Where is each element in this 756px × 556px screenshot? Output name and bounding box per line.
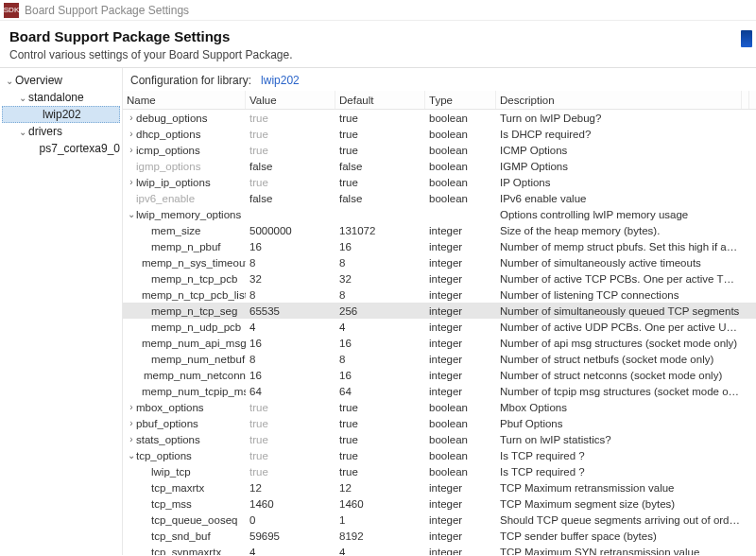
name-cell[interactable]: ›stats_options bbox=[123, 434, 246, 445]
table-row[interactable]: tcp_queue_ooseq01integerShould TCP queue… bbox=[123, 512, 756, 528]
value-cell[interactable]: 4 bbox=[246, 321, 335, 333]
name-cell[interactable]: ⌄lwip_memory_options bbox=[123, 209, 246, 220]
config-library-name[interactable]: lwip202 bbox=[261, 74, 300, 87]
col-type[interactable]: Type bbox=[425, 91, 496, 109]
table-row[interactable]: lwip_tcptruetruebooleanIs TCP required ? bbox=[123, 463, 756, 479]
name-cell[interactable]: memp_num_tcpip_msg bbox=[123, 386, 246, 397]
table-row[interactable]: ›stats_optionstruetruebooleanTurn on lwI… bbox=[123, 431, 756, 447]
chevron-right-icon[interactable]: › bbox=[127, 402, 136, 412]
name-cell[interactable]: memp_num_api_msg bbox=[123, 338, 246, 349]
value-cell[interactable]: 1460 bbox=[246, 498, 335, 510]
value-cell[interactable]: 16 bbox=[246, 338, 335, 349]
table-row[interactable]: igmp_optionsfalsefalsebooleanIGMP Option… bbox=[123, 158, 756, 174]
name-cell[interactable]: tcp_mss bbox=[123, 498, 246, 510]
table-row[interactable]: memp_n_tcp_pcb_listen88integerNumber of … bbox=[123, 287, 756, 303]
table-row[interactable]: memp_num_netconn1616integerNumber of str… bbox=[123, 367, 756, 383]
value-cell[interactable]: 16 bbox=[246, 370, 335, 381]
col-value[interactable]: Value bbox=[246, 91, 335, 109]
name-cell[interactable]: tcp_synmaxrtx bbox=[123, 547, 246, 556]
table-row[interactable]: tcp_mss14601460integerTCP Maximum segmen… bbox=[123, 495, 756, 512]
table-row[interactable]: mem_size5000000131072integerSize of the … bbox=[123, 222, 756, 238]
name-cell[interactable]: memp_n_tcp_pcb bbox=[123, 273, 246, 285]
table-row[interactable]: ›mbox_optionstruetruebooleanMbox Options bbox=[123, 399, 756, 415]
name-cell[interactable]: ›lwip_ip_options bbox=[123, 177, 246, 188]
col-description[interactable]: Description bbox=[496, 91, 742, 109]
value-cell[interactable]: true bbox=[246, 129, 335, 140]
table-row[interactable]: tcp_synmaxrtx44integerTCP Maximum SYN re… bbox=[123, 544, 756, 555]
chevron-down-icon[interactable]: ⌄ bbox=[127, 209, 136, 219]
value-cell[interactable]: 5000000 bbox=[246, 225, 335, 236]
tree-item-lwip202[interactable]: lwip202 bbox=[2, 106, 120, 123]
col-name[interactable]: Name bbox=[123, 91, 246, 109]
value-cell[interactable]: 65535 bbox=[246, 305, 335, 317]
expand-icon[interactable]: ⌄ bbox=[19, 127, 28, 137]
value-cell[interactable]: true bbox=[246, 434, 335, 445]
chevron-right-icon[interactable]: › bbox=[127, 177, 136, 187]
name-cell[interactable]: tcp_maxrtx bbox=[123, 482, 246, 494]
name-cell[interactable]: mem_size bbox=[123, 225, 246, 236]
tree-item-ps7_cortexa9_0[interactable]: ps7_cortexa9_0 bbox=[2, 140, 120, 157]
table-row[interactable]: memp_num_netbuf88integerNumber of struct… bbox=[123, 351, 756, 367]
chevron-right-icon[interactable]: › bbox=[127, 434, 136, 444]
name-cell[interactable]: memp_n_udp_pcb bbox=[123, 321, 246, 333]
table-row[interactable]: memp_n_sys_timeout88integerNumber of sim… bbox=[123, 254, 756, 270]
expand-icon[interactable]: ⌄ bbox=[19, 93, 28, 103]
table-row[interactable]: memp_n_tcp_pcb3232integerNumber of activ… bbox=[123, 270, 756, 287]
table-row[interactable]: ›icmp_optionstruetruebooleanICMP Options bbox=[123, 142, 756, 158]
value-cell[interactable]: true bbox=[246, 113, 335, 124]
name-cell[interactable]: memp_n_sys_timeout bbox=[123, 257, 246, 269]
chevron-right-icon[interactable]: › bbox=[127, 113, 136, 123]
value-cell[interactable]: 59695 bbox=[246, 530, 335, 542]
name-cell[interactable]: memp_n_tcp_pcb_listen bbox=[123, 289, 246, 301]
name-cell[interactable]: memp_num_netconn bbox=[123, 370, 246, 381]
name-cell[interactable]: ›mbox_options bbox=[123, 402, 246, 413]
value-cell[interactable]: 0 bbox=[246, 514, 335, 526]
value-cell[interactable]: 32 bbox=[246, 273, 335, 285]
table-row[interactable]: ›dhcp_optionstruetruebooleanIs DHCP requ… bbox=[123, 126, 756, 142]
name-cell[interactable]: igmp_options bbox=[123, 161, 246, 172]
col-default[interactable]: Default bbox=[335, 91, 425, 109]
name-cell[interactable]: tcp_snd_buf bbox=[123, 530, 246, 542]
chevron-right-icon[interactable]: › bbox=[127, 145, 136, 155]
value-cell[interactable]: true bbox=[246, 450, 335, 461]
name-cell[interactable]: ›pbuf_options bbox=[123, 418, 246, 429]
expand-icon[interactable]: ⌄ bbox=[6, 76, 15, 86]
table-row[interactable]: memp_num_api_msg1616integerNumber of api… bbox=[123, 335, 756, 351]
name-cell[interactable]: ›icmp_options bbox=[123, 145, 246, 156]
value-cell[interactable]: false bbox=[246, 193, 335, 204]
chevron-down-icon[interactable]: ⌄ bbox=[127, 450, 136, 460]
value-cell[interactable]: 4 bbox=[246, 547, 335, 556]
value-cell[interactable]: 16 bbox=[246, 241, 335, 252]
value-cell[interactable]: true bbox=[246, 402, 335, 413]
value-cell[interactable]: 12 bbox=[246, 482, 335, 494]
value-cell[interactable]: 8 bbox=[246, 257, 335, 269]
tree-item-standalone[interactable]: ⌄standalone bbox=[2, 89, 120, 106]
tree-item-drivers[interactable]: ⌄drivers bbox=[2, 123, 120, 140]
name-cell[interactable]: tcp_queue_ooseq bbox=[123, 514, 246, 526]
name-cell[interactable]: ⌄tcp_options bbox=[123, 450, 246, 461]
table-row[interactable]: ›lwip_ip_optionstruetruebooleanIP Option… bbox=[123, 174, 756, 190]
value-cell[interactable]: true bbox=[246, 418, 335, 429]
table-row[interactable]: ⌄lwip_memory_optionsOptions controlling … bbox=[123, 206, 756, 222]
chevron-right-icon[interactable]: › bbox=[127, 418, 136, 428]
table-row[interactable]: ipv6_enablefalsefalsebooleanIPv6 enable … bbox=[123, 190, 756, 206]
nav-tree[interactable]: ⌄Overview⌄standalonelwip202⌄driversps7_c… bbox=[0, 68, 123, 555]
value-cell[interactable]: false bbox=[246, 161, 335, 172]
table-row[interactable]: ›pbuf_optionstruetruebooleanPbuf Options bbox=[123, 415, 756, 431]
value-cell[interactable]: 8 bbox=[246, 289, 335, 301]
name-cell[interactable]: ›dhcp_options bbox=[123, 129, 246, 140]
table-header[interactable]: Name Value Default Type Description bbox=[123, 91, 756, 110]
value-cell[interactable]: 8 bbox=[246, 354, 335, 365]
name-cell[interactable]: lwip_tcp bbox=[123, 466, 246, 478]
tree-item-overview[interactable]: ⌄Overview bbox=[2, 72, 120, 89]
name-cell[interactable]: ›debug_options bbox=[123, 113, 246, 124]
table-row[interactable]: memp_n_udp_pcb44integerNumber of active … bbox=[123, 319, 756, 335]
table-row[interactable]: tcp_maxrtx1212integerTCP Maximum retrans… bbox=[123, 479, 756, 495]
value-cell[interactable]: 64 bbox=[246, 386, 335, 397]
table-row[interactable]: ⌄tcp_optionstruetruebooleanIs TCP requir… bbox=[123, 447, 756, 463]
value-cell[interactable]: true bbox=[246, 466, 335, 478]
table-row[interactable]: tcp_snd_buf596958192integerTCP sender bu… bbox=[123, 528, 756, 544]
name-cell[interactable]: ipv6_enable bbox=[123, 193, 246, 204]
table-row[interactable]: memp_n_tcp_seg65535256integerNumber of s… bbox=[123, 303, 756, 319]
name-cell[interactable]: memp_n_pbuf bbox=[123, 241, 246, 252]
